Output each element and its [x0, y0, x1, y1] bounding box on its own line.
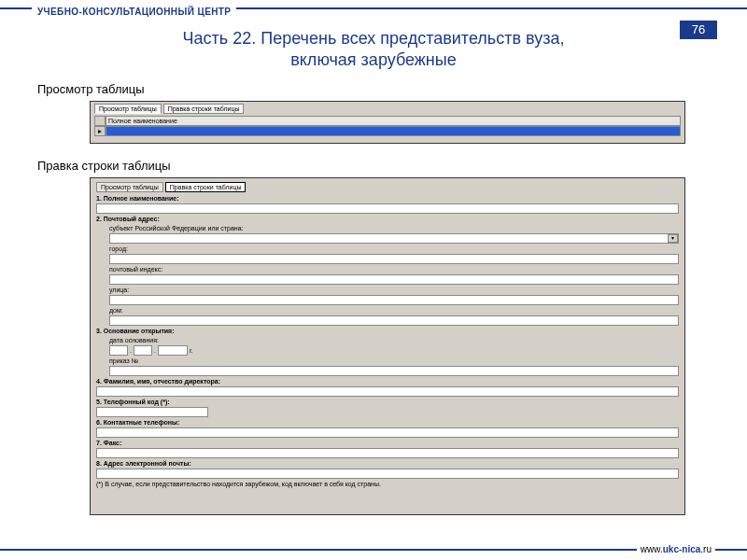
- ep-tabs: Просмотр таблицы Правка строки таблицы: [96, 182, 679, 192]
- page-title-line1: Часть 22. Перечень всех представительств…: [0, 28, 747, 49]
- input-fax[interactable]: [96, 448, 679, 458]
- label-phones: 6. Контактные телефоны:: [96, 419, 679, 427]
- label-subject: субъект Российской Федерации или страна:: [109, 225, 679, 232]
- input-house[interactable]: [109, 315, 679, 326]
- input-order-no[interactable]: [109, 366, 679, 376]
- cell-full-name[interactable]: [106, 126, 681, 136]
- header-org-box: УЧЕБНО-КОНСУЛЬТАЦИОННЫЙ ЦЕНТР: [32, 2, 236, 19]
- chevron-down-icon[interactable]: ▾: [668, 234, 678, 243]
- label-telcode: 5. Телефонный код (*):: [96, 399, 679, 406]
- label-fax: 7. Факс:: [96, 440, 679, 447]
- table-row[interactable]: ▸: [94, 126, 681, 136]
- footer-url-suffix: .ru: [700, 544, 712, 554]
- input-phones[interactable]: [96, 427, 679, 438]
- footer-url: www.ukc-nica.ru: [641, 544, 712, 554]
- label-city: город:: [109, 245, 679, 253]
- input-date-day[interactable]: [109, 345, 128, 356]
- table-view-panel: Просмотр таблицы Правка строки таблицы П…: [90, 101, 685, 144]
- input-telcode[interactable]: [96, 407, 208, 417]
- row-selector-header[interactable]: [94, 116, 106, 126]
- input-zip[interactable]: [109, 274, 679, 285]
- input-date-month[interactable]: [134, 345, 152, 356]
- label-house: дом:: [109, 307, 679, 315]
- input-director[interactable]: [96, 386, 679, 397]
- header-org-name: УЧЕБНО-КОНСУЛЬТАЦИОННЫЙ ЦЕНТР: [37, 7, 231, 17]
- table-header-row: Полное наименование: [94, 116, 681, 126]
- footer-url-prefix: www.: [641, 544, 663, 554]
- label-full-name: 1. Полное наименование:: [96, 195, 679, 203]
- tab-edit[interactable]: Правка строки таблицы: [163, 104, 245, 114]
- date-row: . . г.: [109, 345, 679, 356]
- footnote: (*) В случае, если представительство нах…: [96, 481, 679, 488]
- label-found-date: дата основания:: [109, 337, 679, 344]
- footer-url-box: www.ukc-nica.ru: [637, 539, 715, 556]
- col-full-name[interactable]: Полное наименование: [106, 116, 681, 126]
- input-full-name[interactable]: [96, 203, 679, 214]
- edit-row-panel: Просмотр таблицы Правка строки таблицы 1…: [90, 177, 685, 515]
- label-street: улица:: [109, 287, 679, 294]
- page-title-line2: включая зарубежные: [0, 49, 747, 71]
- row-marker-icon: ▸: [94, 126, 106, 136]
- input-email[interactable]: [96, 469, 679, 479]
- footer-divider: [0, 549, 747, 551]
- date-sep-2: .: [154, 347, 156, 354]
- input-street[interactable]: [109, 295, 679, 305]
- select-subject[interactable]: [109, 233, 679, 244]
- label-director: 4. Фамилия, имя, отчество директора:: [96, 378, 679, 385]
- tab-view[interactable]: Просмотр таблицы: [94, 104, 162, 114]
- label-order: приказ №: [109, 357, 679, 365]
- page-title: Часть 22. Перечень всех представительств…: [0, 28, 747, 72]
- label-basis: 3. Основание открытия:: [96, 328, 679, 335]
- label-email: 8. Адрес электронной почты:: [96, 460, 679, 468]
- footer-url-main: ukc-nica: [663, 544, 701, 554]
- label-zip: почтовый индекс:: [109, 266, 679, 273]
- input-date-year[interactable]: [158, 345, 188, 356]
- label-postal: 2. Почтовый адрес:: [96, 216, 679, 223]
- select-subject-wrap: ▾: [96, 233, 679, 244]
- input-city[interactable]: [109, 254, 679, 264]
- date-year-suffix: г.: [190, 347, 193, 354]
- date-sep-1: .: [130, 347, 132, 354]
- section-label-edit: Правка строки таблицы: [37, 159, 171, 173]
- tab-edit-2[interactable]: Правка строки таблицы: [165, 182, 247, 192]
- section-label-view: Просмотр таблицы: [37, 82, 145, 96]
- tv-tabs: Просмотр таблицы Правка строки таблицы: [91, 102, 684, 114]
- tab-view-2[interactable]: Просмотр таблицы: [96, 182, 163, 192]
